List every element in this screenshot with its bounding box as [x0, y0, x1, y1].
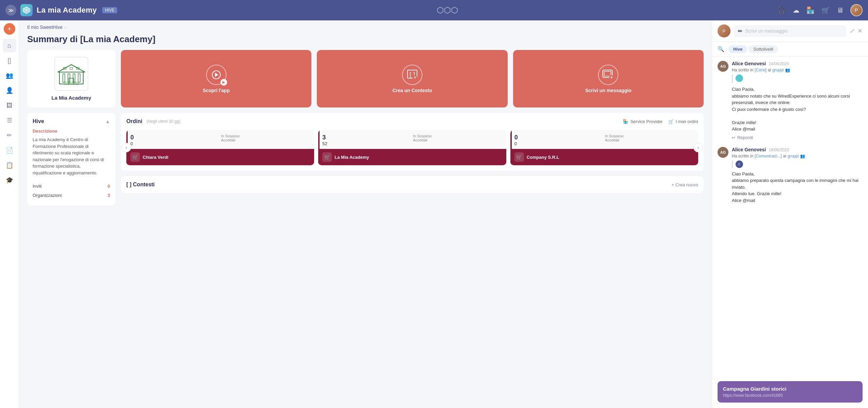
store-icon[interactable]: 🏪	[806, 6, 815, 14]
order-status1: In Sospeso	[221, 134, 310, 138]
chat-search-icon[interactable]: 🔍	[718, 46, 724, 52]
msg-context-link2-2[interactable]: gruppi	[788, 154, 799, 158]
msg-context-mid-1: ai	[768, 68, 771, 72]
academy-logo-box: SCUOLA AGRARIA DEL PARCO DI MONZA	[54, 57, 88, 91]
clipboard-icon: 📋	[6, 162, 13, 169]
campaign-card[interactable]: Campagna Giardini storici https://www.fa…	[718, 381, 863, 403]
hive-section: Hive ▲ Descrizione La mia Academy è Cent…	[27, 113, 115, 205]
hive-desc-label: Descrizione	[33, 129, 110, 134]
add-button[interactable]: +	[4, 23, 15, 35]
order-status1: In Sospeso	[605, 134, 694, 138]
academy-logo: SCUOLA AGRARIA DEL PARCO DI MONZA	[56, 60, 87, 87]
orders-tab-my[interactable]: 🛒 I miei ordini	[668, 119, 698, 124]
msg-author-2: Alice Genovesi	[732, 147, 766, 152]
users-icon: 👥	[6, 72, 13, 79]
content-area: Il mio SweetHive › Summary di [La mia Ac…	[19, 20, 712, 408]
msg-context-link1-1[interactable]: [Corsi]	[755, 68, 766, 72]
msg-indent-avatar	[736, 74, 743, 82]
hive-stat-inviti-label: Inviti	[33, 184, 42, 189]
graduation-icon: 🎓	[6, 176, 13, 184]
sidebar-item-edit[interactable]: ✏	[3, 129, 16, 142]
chat-input-area[interactable]: ✏ Scrivi un messaggio	[734, 25, 846, 37]
sidebar-item-person[interactable]: 👤	[3, 84, 16, 97]
scrivi-messaggio-card[interactable]: + Scrivi un messaggio	[513, 50, 704, 107]
scrivi-messaggio-label: Scrivi un messaggio	[585, 88, 631, 93]
orders-tab-provider-label: Service Provider	[630, 119, 663, 124]
app-title: La mia Academy	[37, 6, 97, 15]
svg-text:+: +	[611, 75, 613, 80]
chat-message-1: AG Alice Genovesi 24/06/2020 Ha scritto …	[718, 61, 863, 140]
orders-subtitle: (Negli ultimi 30 gg)	[146, 119, 180, 124]
order-card-bottom: 🛒 La Mia Academy	[318, 149, 506, 165]
scopri-app-icon: ▶	[206, 65, 227, 85]
sidebar-item-brackets[interactable]: []	[3, 54, 16, 67]
brackets-icon: []	[7, 57, 11, 64]
chat-tab-hive[interactable]: Hive	[728, 45, 747, 53]
sidebar-item-home[interactable]: ⌂	[3, 39, 16, 52]
order-num2: 52	[322, 141, 412, 146]
list-icon: ☰	[7, 117, 12, 124]
sidebar-item-clipboard[interactable]: 📋	[3, 158, 16, 172]
chat-close-btn[interactable]: ✕	[857, 27, 863, 35]
my-orders-icon: 🛒	[668, 119, 674, 124]
contesti-title: [ ] Contesti	[126, 182, 155, 188]
left-sidebar: + ⌂ [] 👥 👤 🖼 ☰ ✏ 📄 📋 🎓	[0, 20, 19, 408]
msg-indent-row-1	[732, 74, 863, 83]
hive-desc-text: La mia Academy è Centro di Formazione Pr…	[33, 136, 110, 176]
chat-tab-sottolivelli[interactable]: Sottolivelli	[748, 45, 778, 53]
msg-indent-content	[736, 74, 743, 83]
order-status2: Accettati	[413, 138, 502, 142]
scopri-app-label: Scopri l'app	[203, 88, 230, 93]
crea-contesto-label: Crea un Contesto	[393, 88, 432, 93]
sidebar-item-image[interactable]: 🖼	[3, 99, 16, 112]
sidebar-item-graduation[interactable]: 🎓	[3, 173, 16, 187]
reply-icon-1: ↩	[732, 135, 735, 140]
order-num2: 0	[130, 141, 220, 146]
breadcrumb-link[interactable]: Il mio SweetHive	[27, 24, 62, 30]
scrivi-messaggio-icon: +	[598, 65, 618, 85]
academy-name: La Mia Academy	[52, 95, 91, 101]
image-icon: 🖼	[6, 102, 13, 109]
msg-context-link2-1[interactable]: gruppi	[772, 68, 783, 72]
orders-prev-btn[interactable]: ‹	[122, 143, 131, 152]
msg-indent-bar	[732, 74, 733, 83]
chat-expand-btn[interactable]: ⤢	[850, 27, 855, 35]
order-card-academy: 3 52 In Sospeso Accettati 🛒 La M	[318, 130, 506, 165]
hive-stat-inviti: Inviti 0	[33, 182, 110, 191]
desktop-icon[interactable]: 🖥	[837, 6, 844, 14]
msg-author-1: Alice Genovesi	[732, 61, 766, 66]
crea-contesto-card[interactable]: [] + Crea un Contesto	[317, 50, 507, 107]
order-status1: In Sospeso	[413, 134, 502, 138]
orders-tab-provider[interactable]: 🏪 Service Provider	[623, 119, 663, 124]
msg-context-text-1: Ha scritto in	[732, 68, 753, 72]
nav-toggle-btn[interactable]: ≫	[5, 5, 16, 16]
connections-icon[interactable]: ⬡⬡⬡	[437, 5, 458, 15]
headset-icon[interactable]: 🎧	[777, 6, 786, 14]
create-new-button[interactable]: + Crea nuovo	[672, 182, 698, 187]
chevron-up-icon[interactable]: ▲	[105, 119, 110, 124]
action-cards-row: SCUOLA AGRARIA DEL PARCO DI MONZA La Mia…	[27, 50, 704, 107]
contesti-section: [ ] Contesti + Crea nuovo	[121, 176, 704, 193]
orders-next-btn[interactable]: ›	[693, 143, 703, 152]
user-avatar[interactable]: P	[850, 4, 863, 16]
msg-indent-row-2: C	[732, 160, 863, 168]
sidebar-item-document[interactable]: 📄	[3, 143, 16, 157]
msg-header-row-2: Alice Genovesi 18/06/2020	[732, 147, 863, 152]
cloud-icon[interactable]: ☁	[793, 6, 799, 14]
hive-section-title: Hive	[33, 118, 44, 124]
main-content-grid: SCUOLA AGRARIA DEL PARCO DI MONZA La Mia…	[19, 50, 712, 214]
sidebar-item-list[interactable]: ☰	[3, 114, 16, 127]
nav-logo	[20, 4, 33, 16]
hive-stat-org-value: 3	[108, 193, 110, 198]
scopri-app-card[interactable]: ▶ Scopri l'app	[121, 50, 311, 107]
svg-text:DEL PARCO DI MONZA: DEL PARCO DI MONZA	[64, 84, 79, 85]
cart-icon[interactable]: 🛒	[821, 6, 830, 14]
order-cart-icon: 🛒	[514, 152, 524, 162]
reply-btn-1[interactable]: ↩ Rispondi	[732, 135, 863, 140]
msg-context-link1-2[interactable]: [Comunicazi...]	[755, 154, 781, 158]
chat-header-btns: ⤢ ✕	[850, 27, 863, 35]
users-group-icon: 👥	[785, 68, 790, 72]
sidebar-item-users[interactable]: 👥	[3, 69, 16, 82]
order-card-chiara: 0 0 In Sospeso Accettati 🛒 Chiar	[126, 130, 314, 165]
orders-tab-my-label: I miei ordini	[676, 119, 698, 124]
